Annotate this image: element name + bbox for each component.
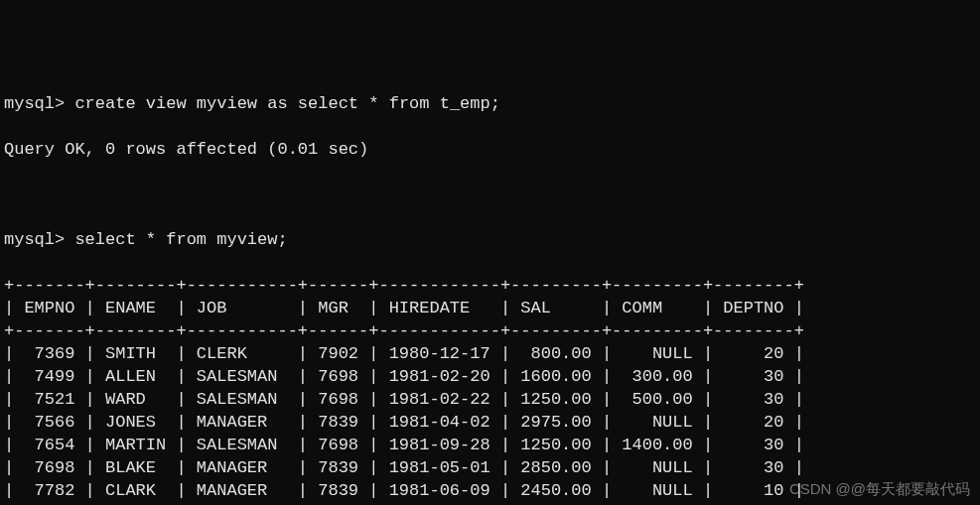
watermark-text: CSDN @@每天都要敲代码 [789,479,970,499]
command-line-1[interactable]: mysql> create view myview as select * fr… [4,93,976,116]
query-result-1: Query OK, 0 rows affected (0.01 sec) [4,139,976,162]
table-row: | 7521 | WARD | SALESMAN | 7698 | 1981-0… [4,389,976,412]
table-row: | 7566 | JONES | MANAGER | 7839 | 1981-0… [4,412,976,435]
mysql-prompt: mysql> [4,230,65,249]
mysql-prompt: mysql> [4,94,65,113]
table-row: | 7369 | SMITH | CLERK | 7902 | 1980-12-… [4,343,976,366]
table-row: | 7654 | MARTIN | SALESMAN | 7698 | 1981… [4,435,976,457]
table-border-mid: +-------+--------+-----------+------+---… [4,320,976,343]
table-header-row: | EMPNO | ENAME | JOB | MGR | HIREDATE |… [4,298,976,320]
table-border-top: +-------+--------+-----------+------+---… [4,275,976,298]
command-line-2[interactable]: mysql> select * from myview; [4,229,976,252]
blank-line [4,185,976,207]
sql-command-2: select * from myview; [74,230,287,249]
result-table: +-------+--------+-----------+------+---… [4,275,976,505]
table-row: | 7499 | ALLEN | SALESMAN | 7698 | 1981-… [4,366,976,389]
sql-command-1: create view myview as select * from t_em… [74,94,499,113]
table-row: | 7698 | BLAKE | MANAGER | 7839 | 1981-0… [4,457,976,480]
